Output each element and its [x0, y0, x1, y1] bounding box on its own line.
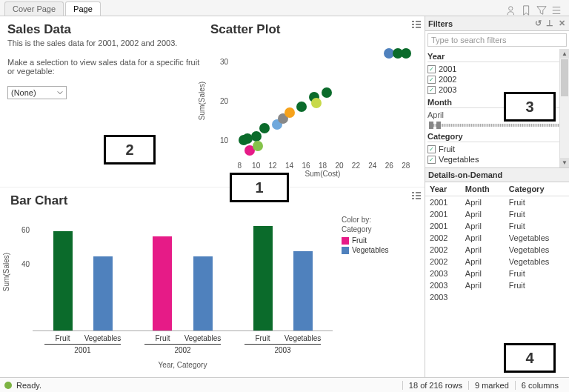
filter-label: Fruit [439, 144, 455, 153]
col-category[interactable]: Category [505, 182, 569, 196]
status-ready: Ready. [16, 381, 41, 390]
scatter-point[interactable] [284, 107, 295, 118]
legend-item[interactable]: Vegetables [342, 246, 417, 254]
table-row[interactable]: 2003AprilFruit [425, 268, 569, 279]
scroll-thumb[interactable] [561, 59, 568, 96]
bar-legend: Color by: Category Fruit Vegetables [336, 208, 417, 374]
bar-panel: Bar Chart Sum(Sales) 4060 Year, Category… [0, 187, 425, 377]
svg-rect-8 [416, 192, 421, 193]
svg-rect-7 [412, 192, 414, 193]
table-row[interactable]: 2001AprilFruit [425, 196, 569, 209]
scroll-down-icon[interactable]: ▼ [560, 158, 569, 167]
filter-label: 2002 [439, 75, 456, 84]
filter-year-2001[interactable]: ✓2001 [427, 64, 567, 74]
sales-desc: This is the sales data for 2001, 2002 an… [7, 39, 200, 47]
scatter-y-label: Sum(Sales) [198, 82, 206, 120]
filter-icon[interactable] [536, 5, 547, 16]
bar-title: Bar Chart [7, 190, 417, 208]
bar-x-label: Year, Category [159, 361, 207, 369]
scatter-point[interactable] [401, 48, 411, 59]
svg-rect-3 [412, 24, 414, 25]
legend-toggle-icon[interactable] [411, 190, 422, 202]
table-row[interactable]: 2003 [425, 291, 569, 303]
scatter-x-axis: Sum(Cost) 810121416182022242628 [231, 162, 414, 176]
dod-table[interactable]: Year Month Category 2001AprilFruit2001Ap… [425, 182, 569, 303]
bar[interactable] [53, 231, 73, 330]
scatter-y-axis: Sum(Sales) 102030 [207, 41, 230, 160]
page-tabs: Cover Page Page [0, 0, 569, 16]
bar[interactable] [93, 256, 113, 330]
filter-search-input[interactable]: Type to search filters [427, 33, 567, 47]
scatter-x-label: Sum(Cost) [305, 170, 341, 178]
scatter-point[interactable] [253, 141, 263, 151]
sales-data-panel: Sales Data This is the sales data for 20… [0, 16, 207, 187]
sales-instr: Make a selection to view sales data for … [7, 58, 200, 76]
scatter-point[interactable] [311, 98, 322, 108]
legend-item[interactable]: Fruit [342, 236, 417, 245]
scatter-point[interactable] [251, 131, 262, 142]
scatter-point[interactable] [259, 123, 270, 133]
col-year[interactable]: Year [425, 182, 461, 196]
svg-rect-10 [416, 195, 421, 196]
filter-label: Vegetables [439, 155, 479, 164]
filter-cat-veg[interactable]: ✓Vegetables [427, 154, 567, 165]
user-icon[interactable] [507, 5, 517, 16]
bar[interactable] [253, 226, 273, 330]
filters-scrollbar[interactable]: ▲ ▼ [559, 49, 569, 167]
dod-tbody: 2001AprilFruit2001AprilFruit2001AprilFru… [425, 196, 569, 304]
status-bar: Ready. 18 of 216 rows 9 marked 6 columns [0, 377, 569, 392]
svg-rect-4 [416, 24, 421, 25]
filter-year-title: Year [427, 52, 567, 62]
bar[interactable] [293, 251, 313, 330]
filter-year-2003[interactable]: ✓2003 [427, 84, 567, 95]
undo-icon[interactable]: ↺ [533, 19, 542, 28]
list-icon[interactable] [551, 5, 562, 16]
scatter-point[interactable] [322, 87, 332, 98]
status-cols: 6 columns [515, 381, 565, 390]
filters-title: Filters [428, 19, 453, 28]
svg-rect-11 [412, 198, 414, 199]
legend-title: Color by: [342, 216, 417, 224]
details-panel: Details-on-Demand Year Month Category 20… [425, 168, 569, 377]
sales-select-value: (None) [11, 88, 36, 97]
svg-rect-2 [416, 21, 421, 22]
month-slider[interactable] [429, 122, 565, 129]
svg-rect-1 [412, 21, 414, 22]
chevron-down-icon [57, 90, 63, 96]
tab-cover[interactable]: Cover Page [4, 1, 64, 16]
svg-rect-12 [416, 198, 421, 199]
scatter-point[interactable] [296, 102, 307, 112]
table-row[interactable]: 2003AprilFruit [425, 279, 569, 291]
sales-select[interactable]: (None) [7, 86, 67, 99]
col-month[interactable]: Month [461, 182, 505, 196]
legend-toggle-icon[interactable] [411, 19, 422, 31]
filter-month-title: Month [427, 98, 567, 108]
scroll-up-icon[interactable]: ▲ [560, 49, 569, 59]
bar[interactable] [153, 236, 172, 330]
table-row[interactable]: 2001AprilFruit [425, 208, 569, 220]
bar-plot-area[interactable] [33, 213, 333, 331]
table-row[interactable]: 2002AprilVegetables [425, 232, 569, 244]
filter-cat-fruit[interactable]: ✓Fruit [427, 144, 567, 154]
legend-label: Vegetables [352, 246, 389, 254]
dod-title: Details-on-Demand [425, 168, 569, 182]
table-row[interactable]: 2002AprilVegetables [425, 256, 569, 268]
tab-page[interactable]: Page [65, 1, 101, 16]
filter-year-2002[interactable]: ✓2002 [427, 74, 567, 84]
status-marked: 9 marked [468, 381, 515, 390]
status-dot-icon [4, 382, 12, 389]
svg-point-0 [509, 7, 513, 10]
scatter-panel: Scatter Plot Sum(Sales) 102030 Sum(Cost)… [207, 16, 425, 187]
bookmark-icon[interactable] [522, 5, 532, 16]
table-row[interactable]: 2002AprilVegetables [425, 244, 569, 256]
filter-label: 2003 [439, 85, 456, 94]
legend-label: Fruit [352, 236, 367, 245]
table-row[interactable]: 2001AprilFruit [425, 220, 569, 232]
filter-category-title: Category [427, 132, 567, 142]
close-icon[interactable]: ✕ [557, 19, 566, 28]
filter-label: 2001 [439, 64, 456, 73]
filters-panel: Filters ↺ ⊥ ✕ Type to search filters Yea… [425, 16, 569, 168]
scatter-plot-area[interactable] [231, 41, 414, 160]
pin-icon[interactable]: ⊥ [545, 19, 554, 28]
bar[interactable] [193, 256, 213, 330]
